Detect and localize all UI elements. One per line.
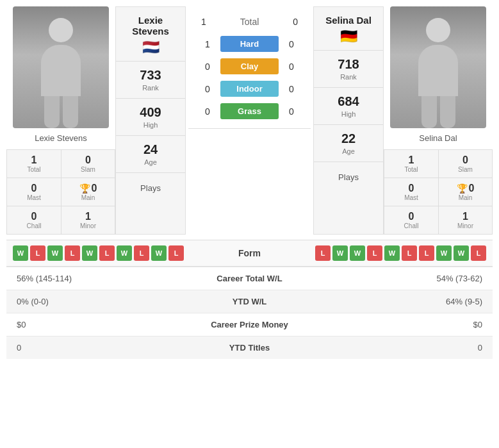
player2-flag: 🇩🇪 bbox=[314, 28, 383, 50]
p1-rank-label: Rank bbox=[119, 84, 183, 92]
p1-high-label: High bbox=[119, 121, 183, 129]
form-badge-p1: W bbox=[13, 245, 28, 261]
p1-age-label: Age bbox=[119, 158, 183, 166]
p1-minor-cell: 1 Minor bbox=[61, 206, 115, 234]
p2-rank-value: 718 bbox=[316, 57, 380, 72]
p2-high-cell: 684 High bbox=[314, 87, 383, 124]
player2-form-badges: LWWLWLLWWL bbox=[315, 245, 486, 261]
p2-age-cell: 22 Age bbox=[314, 124, 383, 162]
p1-plays-cell: Plays bbox=[116, 172, 185, 234]
player1-flag: 🇳🇱 bbox=[116, 39, 185, 61]
p1-minor-value: 1 bbox=[64, 211, 112, 222]
form-badge-p2: W bbox=[350, 245, 365, 261]
form-badge-p2: W bbox=[384, 245, 400, 261]
stats-row: 0% (0-0) YTD W/L 64% (9-5) bbox=[6, 290, 493, 313]
form-badge-p1: L bbox=[65, 245, 80, 261]
p2-mast-value: 0 bbox=[387, 183, 436, 194]
p2-chall-label: Chall bbox=[387, 222, 436, 229]
p2-minor-value: 1 bbox=[441, 211, 489, 222]
p2-mast-label: Mast bbox=[387, 194, 436, 201]
stat-left-val: $0 bbox=[6, 313, 147, 336]
p2-age-value: 22 bbox=[316, 131, 380, 146]
surface-badge: Clay bbox=[220, 58, 279, 74]
stat-left-val: 56% (145-114) bbox=[6, 267, 147, 290]
player2-block: Selina Dal 1 Total 0 Slam 0 Mast 🏆 bbox=[384, 6, 493, 235]
p2-minor-label: Minor bbox=[441, 222, 489, 229]
stat-center-label: Career Total W/L bbox=[147, 267, 352, 290]
player1-name: Lexie Stevens bbox=[6, 133, 115, 143]
surface-p2-count: 0 bbox=[285, 62, 298, 72]
form-badge-p2: L bbox=[471, 245, 486, 261]
middle-plays-spacer bbox=[188, 128, 311, 235]
p1-chall-value: 0 bbox=[10, 211, 58, 222]
p1-mast-value: 0 bbox=[10, 183, 58, 194]
p2-total-sub-value: 1 bbox=[387, 154, 436, 166]
form-badge-p1: W bbox=[82, 245, 97, 261]
p1-main-value: 0 bbox=[92, 183, 97, 194]
stat-right-val: $0 bbox=[352, 313, 493, 336]
total-row: 1 Total 0 bbox=[188, 6, 311, 33]
player2-stats-panel: Selina Dal 🇩🇪 718 Rank 684 High 22 Age P… bbox=[313, 6, 384, 235]
main-container: Lexie Stevens 1 Total 0 Slam 0 Mast 🏆 bbox=[0, 0, 499, 365]
p2-slam-label: Slam bbox=[441, 166, 489, 173]
p1-mast-label: Mast bbox=[10, 194, 58, 201]
surface-p2-count: 0 bbox=[285, 106, 298, 117]
p2-main-value: 0 bbox=[469, 183, 475, 194]
surface-badge: Hard bbox=[220, 36, 279, 52]
form-badge-p2: L bbox=[419, 245, 434, 261]
stats-row: $0 Career Prize Money $0 bbox=[6, 313, 493, 336]
form-badge-p1: L bbox=[134, 245, 149, 261]
form-badge-p1: W bbox=[151, 245, 167, 261]
p1-slam-value: 0 bbox=[64, 154, 112, 166]
surface-p1-count: 0 bbox=[201, 62, 214, 72]
p2-plays-cell: Plays bbox=[314, 162, 383, 234]
p2-high-label: High bbox=[316, 110, 380, 118]
p2-trophy-icon: 🏆 bbox=[457, 183, 468, 194]
stat-right-val: 54% (73-62) bbox=[352, 267, 493, 290]
form-badge-p2: W bbox=[454, 245, 469, 261]
form-badge-p1: L bbox=[99, 245, 115, 261]
p2-plays-label: Plays bbox=[338, 172, 359, 182]
p1-slam-label: Slam bbox=[64, 166, 112, 173]
p2-high-value: 684 bbox=[316, 94, 380, 109]
form-badge-p2: L bbox=[402, 245, 417, 261]
player1-name-header: Lexie Stevens bbox=[116, 7, 185, 39]
form-label: Form bbox=[225, 248, 274, 258]
stat-center-label: Career Prize Money bbox=[147, 313, 352, 336]
p1-trophy-icon: 🏆 bbox=[79, 183, 90, 194]
p1-slam-cell: 0 Slam bbox=[61, 150, 115, 178]
p1-age-cell: 24 Age bbox=[116, 135, 185, 172]
player1-stats-panel: Lexie Stevens 🇳🇱 733 Rank 409 High 24 Ag… bbox=[115, 6, 186, 235]
p1-high-value: 409 bbox=[119, 105, 183, 120]
p1-age-value: 24 bbox=[119, 142, 183, 157]
p2-chall-cell: 0 Chall bbox=[384, 206, 438, 234]
p2-rank-label: Rank bbox=[316, 73, 380, 81]
stat-center-label: YTD Titles bbox=[147, 336, 352, 360]
player2-photo bbox=[390, 6, 486, 128]
stat-left-val: 0 bbox=[6, 336, 147, 360]
stat-right-val: 0 bbox=[352, 336, 493, 360]
form-badge-p1: W bbox=[47, 245, 63, 261]
surface-row-hard: 1 Hard 0 bbox=[195, 35, 304, 53]
player1-form-badges: WLWLWLWLWL bbox=[13, 245, 184, 261]
surface-row-indoor: 0 Indoor 0 bbox=[195, 79, 304, 98]
p2-total-sub-label: Total bbox=[387, 166, 436, 173]
p1-plays-label: Plays bbox=[140, 183, 161, 193]
form-badge-p1: W bbox=[117, 245, 132, 261]
form-badge-p1: L bbox=[168, 245, 184, 261]
p2-total-top: 0 bbox=[293, 17, 298, 27]
p2-main-cell: 🏆 0 Main bbox=[438, 178, 492, 206]
p1-chall-label: Chall bbox=[10, 222, 58, 229]
surface-p1-count: 0 bbox=[201, 84, 214, 94]
surface-badge: Indoor bbox=[220, 81, 279, 97]
form-badge-p2: L bbox=[315, 245, 331, 261]
form-badge-p2: L bbox=[367, 245, 382, 261]
p2-age-label: Age bbox=[316, 147, 380, 155]
stat-left-val: 0% (0-0) bbox=[6, 290, 147, 313]
form-badge-p2: W bbox=[436, 245, 452, 261]
stats-row: 56% (145-114) Career Total W/L 54% (73-6… bbox=[6, 267, 493, 290]
p1-total-label: Total bbox=[10, 166, 58, 173]
p2-slam-value: 0 bbox=[441, 154, 489, 166]
form-badge-p2: W bbox=[332, 245, 348, 261]
surface-row-grass: 0 Grass 0 bbox=[195, 102, 304, 120]
